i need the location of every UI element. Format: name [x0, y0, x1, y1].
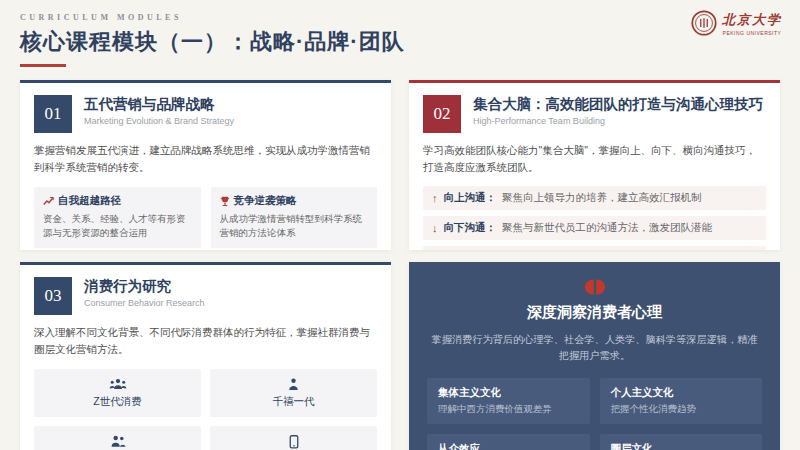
logo-text: 北京大学 PEKING UNIVERSITY	[722, 11, 782, 36]
tile-label: 千禧一代	[216, 395, 371, 409]
header: CURRICULUM MODULES 核心课程模块（一）：战略·品牌·团队	[20, 13, 780, 67]
page-title: 核心课程模块（一）：战略·品牌·团队	[20, 27, 780, 57]
trophy-icon	[220, 196, 230, 207]
feature-self-transcendence: 自我超越路径 资金、关系、经验、人才等有形资源与无形资源的整合运用	[34, 187, 201, 248]
card-01-body: 掌握营销发展五代演进，建立品牌战略系统思维，实现从成功学激情营销到科学系统营销的…	[34, 142, 377, 176]
person-icon	[216, 378, 371, 391]
comm-row-upward: ↑ 向上沟通： 聚焦向上领导力的培养，建立高效汇报机制	[423, 186, 766, 210]
card-03-tiles: Z世代消费 千禧一代	[34, 369, 377, 450]
pku-seal-icon	[691, 10, 717, 36]
university-logo: 北京大学 PEKING UNIVERSITY	[691, 10, 782, 36]
feature-title-label: 竞争逆袭策略	[234, 194, 297, 208]
card-03-number-badge: 03	[34, 277, 72, 315]
tile-community	[34, 426, 201, 450]
comm-label: 向下沟通：	[444, 221, 497, 235]
mobile-phone-icon	[216, 435, 371, 449]
brain-icon	[427, 278, 762, 296]
card-marketing-strategy: 01 五代营销与品牌战略 Marketing Evolution & Brand…	[20, 80, 391, 250]
tile-individualism: 个人主义文化 把握个性化消费趋势	[600, 378, 763, 424]
tile-genz: Z世代消费	[34, 369, 201, 417]
card-01-title: 五代营销与品牌战略	[84, 95, 234, 113]
tile-desc: 把握个性化消费趋势	[611, 403, 752, 416]
card-02-subtitle: High-Performance Team Building	[473, 116, 763, 126]
tile-label: Z世代消费	[40, 395, 195, 409]
logo-en-label: PEKING UNIVERSITY	[723, 30, 782, 36]
card-02-body: 学习高效能团队核心能力"集合大脑"，掌握向上、向下、横向沟通技巧，打造高度应激系…	[423, 142, 766, 176]
logo-cn-label: 北京大学	[722, 11, 782, 29]
comm-row-downward: ↓ 向下沟通： 聚焦与新世代员工的沟通方法，激发团队潜能	[423, 216, 766, 240]
feature-desc: 资金、关系、经验、人才等有形资源与无形资源的整合运用	[43, 212, 192, 241]
comm-desc: 聚焦与新世代员工的沟通方法，激发团队潜能	[502, 221, 712, 235]
tile-title: 集体主义文化	[438, 386, 579, 400]
feature-title-label: 自我超越路径	[58, 194, 121, 208]
card-03-subtitle: Consumer Behavior Research	[84, 298, 205, 308]
tile-collectivism: 集体主义文化 理解中西方消费价值观差异	[427, 378, 590, 424]
card-02-title: 集合大脑：高效能团队的打造与沟通心理技巧	[473, 95, 763, 113]
card-01-header: 01 五代营销与品牌战略 Marketing Evolution & Brand…	[34, 95, 377, 133]
tile-title: 个人主义文化	[611, 386, 752, 400]
title-underline	[20, 64, 66, 67]
card-01-subtitle: Marketing Evolution & Brand Strategy	[84, 116, 234, 126]
tile-desc: 理解中西方消费价值观差异	[438, 403, 579, 416]
card-03-body: 深入理解不同文化背景、不同代际消费群体的行为特征，掌握社群消费与圈层文化营销方法…	[34, 324, 377, 358]
tile-circle-culture: 圈层文化 精准定位目标社群	[600, 434, 763, 450]
card-01-features: 自我超越路径 资金、关系、经验、人才等有形资源与无形资源的整合运用 竞争逆袭策略…	[34, 187, 377, 248]
card-04-tiles: 集体主义文化 理解中西方消费价值观差异 个人主义文化 把握个性化消费趋势 从众效…	[427, 378, 762, 450]
card-team-building: 02 集合大脑：高效能团队的打造与沟通心理技巧 High-Performance…	[409, 80, 780, 250]
comm-row-lateral: ⇆ 横向沟通： 聚焦如何通过沟通使员工成为高度应激系统一员	[423, 246, 766, 250]
feature-competition-strategy: 竞争逆袭策略 从成功学激情营销转型到科学系统营销的方法论体系	[211, 187, 378, 248]
tile-title: 从众效应	[438, 442, 579, 450]
people-pair-icon	[40, 435, 195, 448]
tile-mobile	[210, 426, 377, 450]
feature-desc: 从成功学激情营销转型到科学系统营销的方法论体系	[220, 212, 369, 241]
card-grid: 01 五代营销与品牌战略 Marketing Evolution & Brand…	[20, 80, 780, 450]
tile-millennials: 千禧一代	[210, 369, 377, 417]
card-03-title: 消费行为研究	[84, 277, 205, 295]
card-01-number-badge: 01	[34, 95, 72, 133]
slide: CURRICULUM MODULES 核心课程模块（一）：战略·品牌·团队 北京…	[0, 0, 800, 450]
card-03-header: 03 消费行为研究 Consumer Behavior Research	[34, 277, 377, 315]
card-02-comm-list: ↑ 向上沟通： 聚焦向上领导力的培养，建立高效汇报机制 ↓ 向下沟通： 聚焦与新…	[423, 186, 766, 250]
comm-desc: 聚焦向上领导力的培养，建立高效汇报机制	[502, 191, 702, 205]
tile-title: 圈层文化	[611, 442, 752, 450]
eyebrow-label: CURRICULUM MODULES	[20, 13, 780, 22]
comm-label: 向上沟通：	[444, 191, 497, 205]
card-02-header: 02 集合大脑：高效能团队的打造与沟通心理技巧 High-Performance…	[423, 95, 766, 133]
tile-conformity: 从众效应 利用社会认同心理	[427, 434, 590, 450]
card-02-number-badge: 02	[423, 95, 461, 133]
card-04-body: 掌握消费行为背后的心理学、社会学、人类学、脑科学等深层逻辑，精准把握用户需求。	[427, 332, 762, 365]
card-consumer-behavior: 03 消费行为研究 Consumer Behavior Research 深入理…	[20, 262, 391, 450]
arrow-down-icon: ↓	[432, 222, 438, 234]
card-04-title: 深度洞察消费者心理	[427, 303, 762, 322]
people-group-icon	[40, 378, 195, 391]
card-consumer-psychology: 深度洞察消费者心理 掌握消费行为背后的心理学、社会学、人类学、脑科学等深层逻辑，…	[409, 262, 780, 450]
arrow-up-icon: ↑	[432, 192, 438, 204]
trend-chart-icon	[43, 196, 54, 206]
